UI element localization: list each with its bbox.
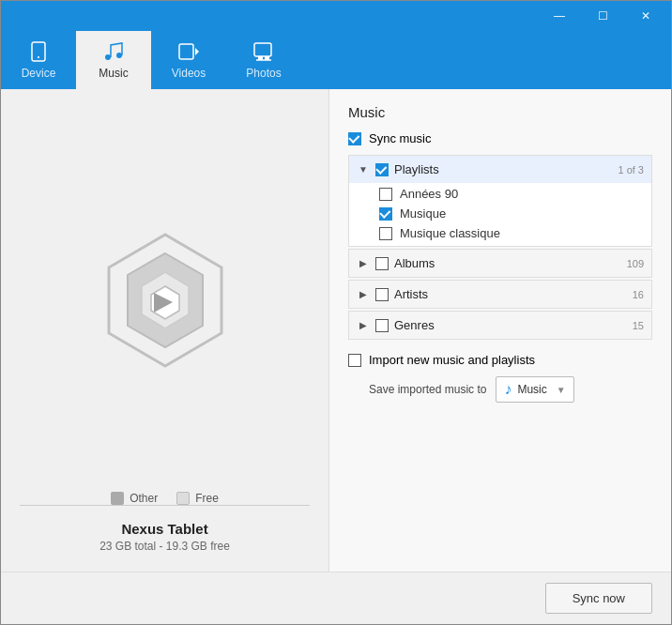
tab-photos[interactable]: Photos xyxy=(226,31,301,89)
playlists-label: Playlists xyxy=(394,162,612,176)
playlists-header[interactable]: ▼ Playlists 1 of 3 xyxy=(349,156,651,183)
save-row: Save imported music to ♪ Music ▼ xyxy=(369,376,652,403)
artists-label: Artists xyxy=(394,287,627,301)
minimize-button[interactable]: — xyxy=(538,1,581,31)
sync-music-checkbox[interactable] xyxy=(348,132,361,145)
playlists-count: 1 of 3 xyxy=(618,164,644,175)
playlists-chevron: ▼ xyxy=(357,163,370,176)
other-label: Other xyxy=(130,492,158,505)
legend-other: Other xyxy=(111,492,158,505)
artists-chevron: ▶ xyxy=(357,288,370,301)
device-storage: 23 GB total - 19.3 GB free xyxy=(20,540,310,553)
albums-label: Albums xyxy=(394,256,621,270)
svg-rect-4 xyxy=(179,44,193,59)
videos-icon xyxy=(177,40,200,63)
playlists-checkbox[interactable] xyxy=(375,163,389,176)
artists-header[interactable]: ▶ Artists 16 xyxy=(349,281,651,308)
navbar: Device Music Videos xyxy=(1,31,671,89)
music-icon xyxy=(102,40,125,63)
tab-photos-label: Photos xyxy=(246,67,281,80)
free-label: Free xyxy=(195,492,219,505)
other-dot xyxy=(111,492,124,505)
app-window: — ☐ ✕ Device Music xyxy=(0,0,672,625)
storage-legend: Other Free xyxy=(111,492,219,505)
device-icon-area xyxy=(90,117,240,482)
device-info: Nexus Tablet 23 GB total - 19.3 GB free xyxy=(20,505,310,553)
albums-chevron: ▶ xyxy=(357,257,370,270)
genres-label: Genres xyxy=(394,318,627,332)
free-dot xyxy=(176,492,190,505)
tab-music[interactable]: Music xyxy=(76,31,151,89)
device-name: Nexus Tablet xyxy=(20,521,310,537)
albums-count: 109 xyxy=(627,258,644,269)
albums-header[interactable]: ▶ Albums 109 xyxy=(349,250,651,277)
musique-classique-label: Musique classique xyxy=(400,226,500,240)
genres-section: ▶ Genres 15 xyxy=(348,311,652,340)
artists-section: ▶ Artists 16 xyxy=(348,280,652,309)
genres-checkbox[interactable] xyxy=(375,319,389,332)
annees90-checkbox[interactable] xyxy=(379,188,392,201)
sync-music-row: Sync music xyxy=(348,131,652,145)
save-dropdown-value: Music xyxy=(517,383,546,396)
musique-checkbox[interactable] xyxy=(379,207,392,221)
maximize-button[interactable]: ☐ xyxy=(581,1,624,31)
music-note-icon: ♪ xyxy=(504,381,512,398)
tab-videos-label: Videos xyxy=(172,67,206,80)
tab-music-label: Music xyxy=(99,67,128,80)
legend-free: Free xyxy=(176,492,219,505)
svg-marker-5 xyxy=(195,48,199,55)
artists-count: 16 xyxy=(633,289,644,300)
musique-label: Musique xyxy=(400,206,446,221)
left-panel: Other Free Nexus Tablet 23 GB total - 19… xyxy=(1,89,329,572)
import-label: Import new music and playlists xyxy=(369,353,535,367)
playlist-item-musique-classique: Musique classique xyxy=(379,226,644,240)
save-dropdown[interactable]: ♪ Music ▼ xyxy=(496,376,573,403)
genres-chevron: ▶ xyxy=(357,319,370,332)
sync-now-button[interactable]: Sync now xyxy=(545,583,652,614)
dropdown-arrow-icon: ▼ xyxy=(557,385,566,395)
save-label: Save imported music to xyxy=(369,383,486,396)
svg-point-3 xyxy=(116,53,122,58)
musique-classique-checkbox[interactable] xyxy=(379,227,392,240)
tab-device[interactable]: Device xyxy=(1,31,76,89)
photos-icon xyxy=(252,40,275,63)
svg-rect-6 xyxy=(254,43,271,56)
tab-device-label: Device xyxy=(22,67,56,80)
playlists-section: ▼ Playlists 1 of 3 Années 90 Musique xyxy=(348,155,652,247)
playlist-item-annees90: Années 90 xyxy=(379,187,644,201)
sync-music-label: Sync music xyxy=(369,131,431,145)
right-panel: Music Sync music ▼ Playlists 1 of 3 xyxy=(329,89,671,572)
artists-checkbox[interactable] xyxy=(375,288,389,301)
device-icon xyxy=(27,40,50,63)
device-illustration xyxy=(90,225,240,375)
import-row: Import new music and playlists xyxy=(348,353,652,367)
playlist-item-musique: Musique xyxy=(379,206,644,221)
section-title: Music xyxy=(348,104,652,120)
svg-point-2 xyxy=(105,54,111,60)
annees90-label: Années 90 xyxy=(400,187,458,201)
main-content: Other Free Nexus Tablet 23 GB total - 19… xyxy=(1,89,671,572)
bottom-bar: Sync now xyxy=(1,572,671,624)
import-checkbox[interactable] xyxy=(348,354,361,367)
albums-section: ▶ Albums 109 xyxy=(348,249,652,278)
genres-header[interactable]: ▶ Genres 15 xyxy=(349,312,651,339)
tab-videos[interactable]: Videos xyxy=(151,31,226,89)
albums-checkbox[interactable] xyxy=(375,257,389,270)
titlebar: — ☐ ✕ xyxy=(1,1,671,31)
playlists-children: Années 90 Musique Musique classique xyxy=(349,183,651,246)
close-button[interactable]: ✕ xyxy=(624,1,667,31)
genres-count: 15 xyxy=(633,320,644,331)
